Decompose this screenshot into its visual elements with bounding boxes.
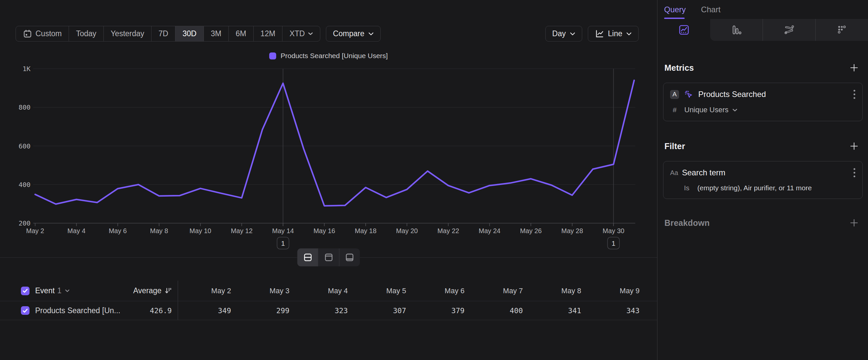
range-button-3m[interactable]: 3M — [204, 26, 228, 41]
layout-toggle — [298, 248, 360, 266]
table-header-left: Event 1 Average — [0, 281, 178, 301]
metric-name[interactable]: Products Searched — [698, 90, 766, 99]
granularity-label: Day — [552, 29, 566, 38]
date-range-group: CustomTodayYesterday7D30D3M6M12MXTD — [16, 26, 320, 41]
metric-letter-badge: A — [670, 90, 679, 99]
chart-type-metric-button[interactable] — [815, 19, 868, 41]
range-button-30d[interactable]: 30D — [175, 26, 203, 41]
x-axis-label: May 10 — [190, 227, 212, 234]
measure-symbol: # — [673, 106, 678, 114]
chart-type-strip — [658, 19, 868, 41]
filter-section-header: Filter — [658, 141, 868, 151]
y-axis-label: 200 — [19, 219, 31, 227]
range-button-7d[interactable]: 7D — [151, 26, 175, 41]
date-column-header[interactable]: May 9 — [587, 286, 645, 295]
legend-swatch — [269, 53, 276, 59]
compare-button[interactable]: Compare — [326, 26, 381, 41]
filter-card[interactable]: Aa Search term Is (empty string), Air pu… — [663, 161, 863, 199]
date-column-header[interactable]: May 7 — [470, 286, 528, 295]
legend-item[interactable]: Products Searched [Unique Users] — [269, 52, 388, 60]
chart-type-label: Line — [608, 29, 622, 38]
filter-operator[interactable]: Is — [684, 184, 689, 192]
event-count: 1 — [57, 286, 62, 295]
filter-value[interactable]: (empty string), Air purifier, or 11 more — [697, 184, 812, 192]
click-event-icon — [684, 89, 693, 99]
row-value-cells: 349299323307379400341343 — [178, 301, 657, 320]
metrics-heading: Metrics — [664, 63, 694, 73]
date-column-header[interactable]: May 6 — [411, 286, 470, 295]
chart-type-group — [710, 19, 868, 41]
date-column-header[interactable]: May 4 — [295, 286, 353, 295]
average-column-label[interactable]: Average — [133, 286, 161, 295]
tab-query[interactable]: Query — [664, 5, 686, 14]
x-axis-label: May 28 — [561, 227, 583, 234]
tab-chart[interactable]: Chart — [701, 5, 720, 14]
range-button-12m[interactable]: 12M — [253, 26, 282, 41]
metrics-section-header: Metrics — [658, 63, 868, 73]
granularity-button[interactable]: Day — [546, 26, 582, 41]
add-metric-button[interactable] — [850, 63, 858, 72]
range-button-xtd[interactable]: XTD — [282, 26, 320, 41]
chart-type-button[interactable]: Line — [588, 26, 639, 41]
layout-chart-only-button[interactable] — [318, 248, 339, 266]
row-checkbox[interactable] — [21, 306, 30, 315]
measure-selector[interactable]: Unique Users — [684, 106, 728, 114]
value-cell: 349 — [178, 307, 237, 315]
sort-descending-icon[interactable] — [164, 287, 172, 295]
annotation-badge-label: 1 — [281, 240, 285, 247]
filter-heading: Filter — [664, 141, 685, 151]
layout-table-only-button[interactable] — [339, 248, 360, 266]
x-axis-label: May 2 — [26, 227, 44, 234]
event-column-label[interactable]: Event — [35, 286, 55, 295]
chevron-down-icon — [368, 32, 374, 35]
date-column-header[interactable]: May 8 — [528, 286, 587, 295]
date-column-header[interactable]: May 2 — [178, 286, 237, 295]
x-axis-label: May 4 — [67, 227, 85, 234]
value-cell: 379 — [411, 307, 470, 315]
x-axis-label: May 24 — [479, 227, 501, 234]
chevron-down-icon[interactable] — [65, 289, 70, 292]
range-button-6m[interactable]: 6M — [228, 26, 253, 41]
layout-split-button[interactable] — [298, 248, 318, 266]
filter-property-name[interactable]: Search term — [682, 168, 725, 177]
chevron-down-icon[interactable] — [733, 109, 737, 112]
query-sidebar: Query Chart Metrics A — [658, 0, 868, 360]
table-row: Products Searched [Un... 426.9 349299323… — [0, 301, 657, 320]
series-line[interactable] — [35, 80, 634, 206]
y-axis-label: 1K — [23, 65, 31, 73]
value-cell: 307 — [353, 307, 411, 315]
table-header-row: Event 1 Average May 2May 3May 4May 5May … — [0, 281, 657, 301]
line-chart[interactable]: 2004006008001K11May 2May 4May 6May 8May … — [0, 63, 657, 252]
chart-type-bar-button[interactable] — [710, 19, 763, 41]
range-button-yesterday[interactable]: Yesterday — [103, 26, 151, 41]
report-toolbar: CustomTodayYesterday7D30D3M6M12MXTD Comp… — [16, 26, 639, 41]
x-axis-label: May 22 — [437, 227, 459, 234]
range-button-today[interactable]: Today — [69, 26, 103, 41]
range-button-custom[interactable]: Custom — [16, 26, 69, 41]
kebab-menu-icon[interactable] — [853, 89, 856, 100]
string-property-icon: Aa — [670, 169, 682, 177]
report-main-area: CustomTodayYesterday7D30D3M6M12MXTD Comp… — [0, 0, 657, 360]
x-axis-label: May 14 — [272, 227, 294, 234]
x-axis-label: May 26 — [520, 227, 542, 234]
sidebar-tabs: Query Chart — [658, 0, 868, 19]
value-cell: 341 — [528, 307, 587, 315]
y-axis-label: 800 — [19, 103, 31, 111]
select-all-checkbox[interactable] — [21, 286, 30, 295]
x-axis-label: May 12 — [231, 227, 253, 234]
date-column-header[interactable]: May 5 — [353, 286, 411, 295]
chart-type-line-button[interactable] — [658, 19, 710, 41]
value-cell: 343 — [587, 307, 645, 315]
add-breakdown-button[interactable] — [850, 219, 858, 227]
add-filter-button[interactable] — [850, 142, 858, 150]
chevron-down-icon — [626, 32, 631, 35]
x-axis-label: May 8 — [150, 227, 168, 234]
kebab-menu-icon[interactable] — [853, 167, 856, 178]
chart-type-flow-button[interactable] — [763, 19, 815, 41]
calendar-icon — [23, 29, 32, 38]
metric-card[interactable]: A Products Searched # Unique Users — [663, 83, 863, 121]
line-chart-icon — [595, 29, 604, 38]
annotation-badge-label: 1 — [612, 240, 616, 247]
date-column-header[interactable]: May 3 — [237, 286, 295, 295]
y-axis-label: 600 — [19, 142, 31, 150]
